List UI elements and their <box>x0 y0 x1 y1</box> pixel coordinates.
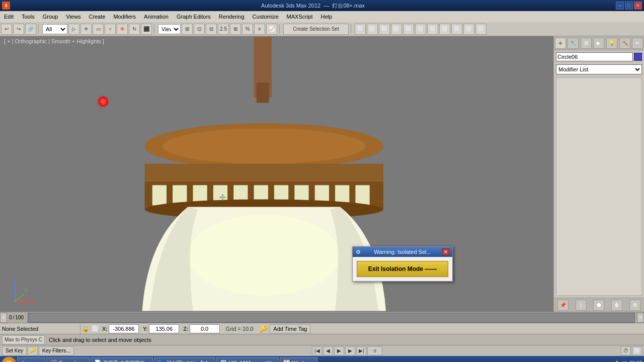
select-move-button[interactable]: ✛ <box>80 24 92 35</box>
z-coord-value[interactable]: 0.0 <box>190 324 220 333</box>
key-icon[interactable]: 🔑 <box>257 325 270 333</box>
isolation-dialog-close-button[interactable]: ✕ <box>442 248 449 255</box>
extra-btn1[interactable]: ⬜ <box>439 24 450 35</box>
extra-btn3[interactable]: ⬜ <box>463 24 474 35</box>
viewport-crosshair: ✛ <box>219 192 226 203</box>
taskbar-item-3dsmax[interactable]: 🔵 灯台08+.max - Aut... <box>154 357 215 362</box>
scale-button[interactable]: ⬛ <box>141 24 152 35</box>
schematic-button[interactable]: ⬜ <box>355 24 366 35</box>
circle-select-button[interactable]: ○ <box>105 24 116 35</box>
start-button[interactable]: ⊞ <box>2 357 16 362</box>
taskbar-item-image[interactable]: 🖼 MG_1306+.jpg - W... <box>216 357 279 362</box>
menu-create[interactable]: Create <box>85 11 109 22</box>
filter-select[interactable]: All <box>42 24 67 34</box>
add-time-tag-button[interactable]: Add Time Tag <box>270 324 310 333</box>
next-frame-button[interactable]: ▶ <box>345 346 355 355</box>
link-button[interactable]: 🔗 <box>25 24 36 35</box>
create-tab[interactable]: ✦ <box>555 38 566 49</box>
time-config-button[interactable]: ⏱ <box>621 346 631 355</box>
utility-tab[interactable]: 🔨 <box>619 38 630 49</box>
viewport[interactable]: [ + | Orthographic | Smooth + Highlights… <box>0 36 553 312</box>
active-shade-button[interactable]: ⬜ <box>415 24 426 35</box>
svg-text:Y: Y <box>24 288 28 294</box>
menu-graph-editors[interactable]: Graph Editors <box>173 11 215 22</box>
redo-button[interactable]: ↪ <box>13 24 24 35</box>
hierarchy-tab[interactable]: ⊞ <box>581 38 592 49</box>
snap-3d-button[interactable]: ⊞ <box>182 24 193 35</box>
render-button[interactable]: ⬜ <box>391 24 402 35</box>
move-button[interactable]: ✥ <box>117 24 128 35</box>
configure-modifier-button[interactable]: ⚙ <box>629 300 640 311</box>
align-button[interactable]: % <box>242 24 253 35</box>
go-start-button[interactable]: |◀ <box>312 346 322 355</box>
menu-animation[interactable]: Animation <box>140 11 173 22</box>
layer-button[interactable]: ≡ <box>254 24 265 35</box>
image-icon: 🖼 <box>220 359 227 362</box>
menu-edit[interactable]: Edit <box>0 11 18 22</box>
snap-percent-button[interactable]: ⊟ <box>206 24 217 35</box>
rotate-button[interactable]: ↻ <box>129 24 140 35</box>
material-editor-button[interactable]: ⬜ <box>367 24 378 35</box>
prev-frame-button[interactable]: ◀ <box>323 346 333 355</box>
object-color-swatch[interactable] <box>634 53 642 61</box>
extra-tab[interactable]: ✏ <box>632 38 643 49</box>
menu-maxscript[interactable]: MAXScript <box>283 11 317 22</box>
minimize-button[interactable]: − <box>616 2 624 10</box>
current-frame: 0 <box>9 315 12 320</box>
timeline-prev-button[interactable]: < <box>0 313 7 323</box>
mirror-button[interactable]: ⊞ <box>230 24 241 35</box>
pin-stack-button[interactable]: 📌 <box>557 300 569 311</box>
taskbar-item-chapter[interactable]: 📄 第四章 大空间室内... <box>91 357 152 362</box>
undo-button[interactable]: ↩ <box>1 24 12 35</box>
close-button[interactable]: ✕ <box>634 2 642 10</box>
menu-help[interactable]: Help <box>317 11 337 22</box>
extra-btn4[interactable]: ⬜ <box>475 24 487 35</box>
object-name-input[interactable] <box>556 52 633 61</box>
remove-modifier-button[interactable]: 🗑 <box>611 300 622 311</box>
selection-set-input[interactable]: Create Selection Set <box>283 24 349 35</box>
menu-modifiers[interactable]: Modifiers <box>109 11 140 22</box>
render-scene-button[interactable]: ⬜ <box>379 24 390 35</box>
taskbar-item-maps[interactable]: 🗂 maps <box>17 357 45 362</box>
menu-customize[interactable]: Customize <box>249 11 283 22</box>
timeline-track[interactable] <box>28 313 635 323</box>
show-end-result-button[interactable]: | <box>576 300 587 311</box>
frame-input[interactable]: 0 <box>367 346 382 355</box>
menu-group[interactable]: Group <box>39 11 62 22</box>
modifier-list-select[interactable]: Modifier List <box>556 64 642 74</box>
rect-select-button[interactable]: ▭ <box>93 24 104 35</box>
snap-angle-button[interactable]: ⊡ <box>194 24 205 35</box>
maximize-button[interactable]: □ <box>625 2 633 10</box>
x-coord-value[interactable]: -306.886 <box>109 324 139 333</box>
view-select[interactable]: View <box>158 24 181 34</box>
motion-tab[interactable]: ▶ <box>593 38 604 49</box>
exit-isolation-button[interactable]: Exit Isolation Mode —— <box>357 261 448 277</box>
spinner-snap-button[interactable]: 2.5 <box>218 24 229 35</box>
display-tab[interactable]: 💡 <box>606 38 617 49</box>
menu-rendering[interactable]: Rendering <box>215 11 249 22</box>
select-button[interactable]: ▷ <box>68 24 79 35</box>
set-key-button[interactable]: Set Key <box>2 346 27 355</box>
max-physx-button[interactable]: Max to Physys C <box>2 335 45 344</box>
curve-editor-button[interactable]: 📈 <box>266 24 277 35</box>
extra-btn2[interactable]: ⬜ <box>451 24 462 35</box>
anim-mode-button[interactable]: ⬜ <box>632 346 642 355</box>
taskbar-item-recording[interactable]: 🎬 Recording _ <box>46 357 90 362</box>
window-icon: 🪟 <box>283 359 290 362</box>
right-panel-icons: ✦ 🔧 ⊞ ▶ 💡 🔨 ✏ <box>554 36 644 50</box>
modify-tab[interactable]: 🔧 <box>568 38 579 49</box>
make-unique-button[interactable]: ⬟ <box>593 300 604 311</box>
y-coord-value[interactable]: 135.06 <box>149 324 179 333</box>
lock-icon[interactable]: 🔒 <box>80 324 91 334</box>
go-end-button[interactable]: ▶| <box>356 346 366 355</box>
render-frame-button[interactable]: ⬜ <box>427 24 438 35</box>
taskbar-right: 🔔 💻 22:37 <box>614 360 642 363</box>
taskbar-item-window[interactable]: 🪟 Window... <box>280 357 317 362</box>
play-button[interactable]: ▶ <box>334 346 344 355</box>
key-filters-button[interactable]: Key Filters... <box>39 346 74 355</box>
timeline-next-button[interactable]: > <box>637 313 644 323</box>
render-settings-button[interactable]: ⬜ <box>403 24 414 35</box>
menu-tools[interactable]: Tools <box>18 11 39 22</box>
key-mode-toggle[interactable]: 🔑 <box>28 346 38 355</box>
menu-views[interactable]: Views <box>62 11 85 22</box>
